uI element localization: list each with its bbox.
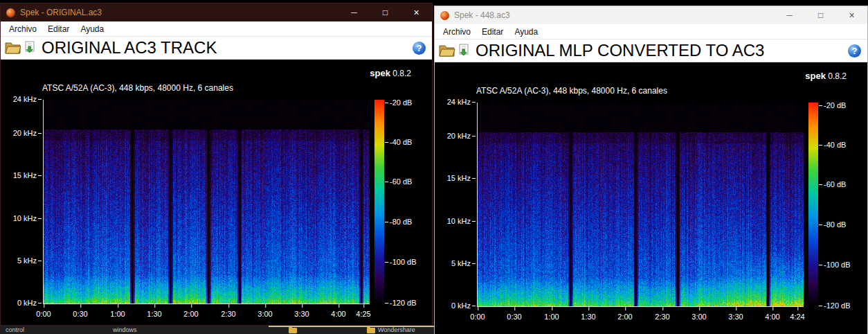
time-tick-label: 1:30: [581, 313, 595, 321]
time-tick-label: 4:00: [765, 313, 779, 321]
minimize-button[interactable]: ─: [338, 3, 370, 21]
save-spectrogram-icon[interactable]: [24, 41, 37, 55]
menu-archivo[interactable]: Archivo: [3, 24, 42, 34]
maximize-button[interactable]: □: [370, 3, 401, 21]
close-button[interactable]: ×: [401, 3, 432, 21]
db-tick-label: -20 dB: [390, 98, 412, 107]
freq-tick-label: 24 kHz: [2, 95, 37, 104]
save-spectrogram-icon[interactable]: [458, 44, 471, 58]
menu-ayuda[interactable]: Ayuda: [509, 27, 543, 37]
freq-tick-label: 15 kHz: [436, 174, 471, 183]
freq-tick-label: 0 kHz: [2, 299, 37, 308]
spek-app-icon: [440, 11, 449, 20]
db-colorbar: [808, 103, 818, 307]
spectrogram-canvas: [478, 103, 804, 306]
time-tick-label: 2:30: [655, 313, 669, 321]
time-tick-label: 4:25: [356, 310, 370, 318]
db-colorbar: [374, 100, 384, 304]
db-tick-label: -80 dB: [390, 218, 412, 227]
time-tick-label: 3:30: [294, 310, 309, 318]
taskbar-strip: control windows Wondershare: [0, 326, 434, 334]
brand-version: 0.8.2: [828, 71, 847, 81]
close-button[interactable]: ×: [836, 6, 867, 24]
time-tick-label: 3:00: [257, 310, 272, 318]
time-tick-label: 3:30: [728, 313, 743, 321]
minimize-button[interactable]: ─: [774, 6, 805, 24]
time-tick-label: 1:00: [544, 313, 559, 321]
time-tick-label: 0:30: [507, 313, 521, 321]
toolbar: ORIGINAL MLP CONVERTED TO AC3 ?: [435, 39, 867, 62]
window-title: Spek - 448.ac3: [454, 10, 774, 20]
db-tick-label: -20 dB: [824, 101, 846, 110]
folder-icon[interactable]: [367, 328, 375, 333]
time-tick-label: 1:30: [147, 310, 161, 318]
spek-window-original: Spek - ORIGINAL.ac3 ─ □ × Archivo Editar…: [0, 3, 433, 326]
spek-app-icon: [6, 8, 15, 17]
time-tick-label: 0:30: [73, 310, 87, 318]
freq-tick-label: 15 kHz: [2, 171, 37, 180]
freq-tick-label: 24 kHz: [436, 98, 471, 107]
time-tick-label: 0:00: [470, 313, 485, 321]
time-tick-label: 3:00: [691, 313, 706, 321]
app-brand: spek 0.8.2: [370, 68, 411, 78]
titlebar[interactable]: Spek - 448.ac3 ─ □ ×: [435, 6, 867, 24]
menubar: Archivo Editar Ayuda: [435, 24, 867, 39]
file-info: ATSC A/52A (AC-3), 448 kbps, 48000 Hz, 6…: [476, 86, 667, 96]
db-tick-label: -120 dB: [390, 299, 417, 308]
titlebar[interactable]: Spek - ORIGINAL.ac3 ─ □ ×: [1, 3, 432, 21]
menu-archivo[interactable]: Archivo: [437, 27, 476, 37]
spectrogram-plot: [477, 103, 804, 307]
spectrogram-area: spek 0.8.2 ATSC A/52A (AC-3), 448 kbps, …: [435, 62, 867, 334]
time-tick-label: 0:00: [36, 310, 51, 318]
help-icon[interactable]: ?: [413, 42, 426, 55]
brand-name: spek: [370, 68, 390, 78]
freq-tick-label: 20 kHz: [2, 129, 37, 138]
menu-ayuda[interactable]: Ayuda: [75, 24, 109, 34]
folder-icon[interactable]: [289, 328, 297, 333]
toolbar-title: ORIGINAL AC3 TRACK: [42, 38, 413, 58]
freq-tick-label: 10 kHz: [436, 217, 471, 226]
open-folder-icon[interactable]: [439, 44, 455, 58]
db-tick-label: -120 dB: [824, 301, 851, 310]
time-tick-label: 4:24: [790, 313, 804, 321]
db-tick-label: -60 dB: [824, 180, 846, 189]
time-tick-label: 4:00: [331, 310, 345, 318]
menu-editar[interactable]: Editar: [476, 27, 509, 37]
open-folder-icon[interactable]: [5, 41, 21, 55]
brand-version: 0.8.2: [392, 69, 411, 78]
file-info: ATSC A/52A (AC-3), 448 kbps, 48000 Hz, 6…: [42, 83, 233, 93]
app-brand: spek 0.8.2: [805, 71, 847, 81]
help-icon[interactable]: ?: [848, 44, 861, 58]
freq-tick-label: 10 kHz: [2, 214, 37, 223]
spectrogram-area: spek 0.8.2 ATSC A/52A (AC-3), 448 kbps, …: [1, 60, 432, 325]
db-tick-label: -100 dB: [824, 261, 851, 270]
taskbar-item[interactable]: Wondershare: [378, 326, 415, 333]
db-tick-label: -80 dB: [824, 220, 846, 229]
window-controls: ─ □ ×: [338, 3, 432, 21]
taskbar-item[interactable]: control: [6, 326, 24, 333]
freq-tick-label: 20 kHz: [436, 132, 471, 141]
freq-tick-label: 5 kHz: [2, 256, 37, 265]
db-tick-label: -40 dB: [824, 141, 846, 150]
menu-editar[interactable]: Editar: [42, 24, 75, 34]
freq-tick-label: 5 kHz: [436, 259, 471, 268]
window-controls: ─ □ ×: [774, 6, 867, 24]
toolbar-title: ORIGINAL MLP CONVERTED TO AC3: [476, 41, 848, 60]
spectrogram-canvas: [44, 100, 370, 304]
menubar: Archivo Editar Ayuda: [1, 21, 432, 37]
brand-name: spek: [805, 71, 826, 81]
time-tick-label: 2:00: [183, 310, 198, 318]
time-tick-label: 2:00: [617, 313, 632, 321]
time-tick-label: 2:30: [221, 310, 235, 318]
db-tick-label: -40 dB: [390, 138, 412, 147]
spek-window-converted: Spek - 448.ac3 ─ □ × Archivo Editar Ayud…: [434, 6, 868, 334]
time-tick-label: 1:00: [110, 310, 125, 318]
taskbar-item[interactable]: windows: [113, 326, 137, 333]
toolbar: ORIGINAL AC3 TRACK ?: [1, 37, 432, 60]
window-title: Spek - ORIGINAL.ac3: [20, 8, 338, 17]
maximize-button[interactable]: □: [805, 6, 836, 24]
db-tick-label: -60 dB: [390, 177, 412, 186]
spectrogram-plot: [43, 100, 370, 304]
freq-tick-label: 0 kHz: [436, 301, 471, 310]
db-tick-label: -100 dB: [390, 258, 417, 267]
